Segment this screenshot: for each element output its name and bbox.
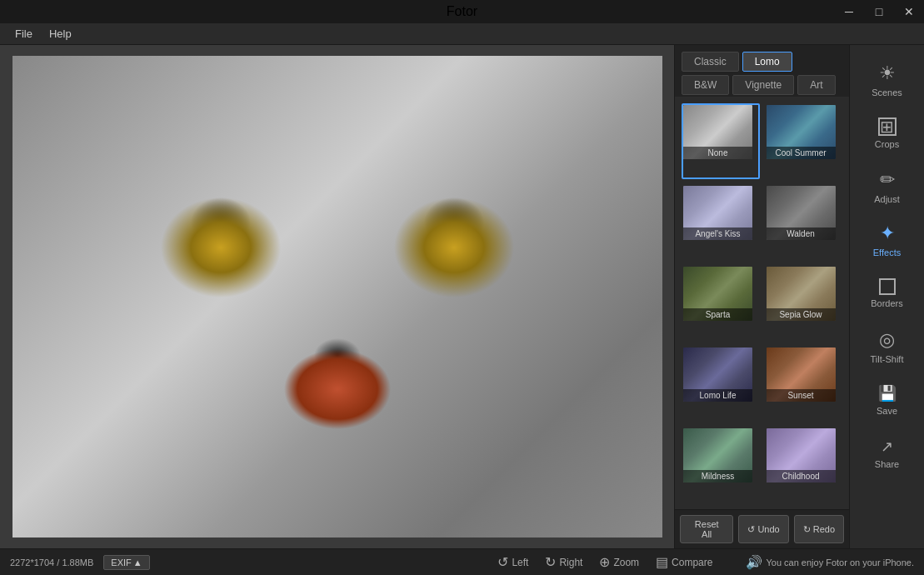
- exif-label: EXIF: [111, 558, 131, 568]
- filter-mildness-label: Mildness: [683, 470, 752, 482]
- filter-angels-kiss[interactable]: Angel's Kiss: [682, 184, 760, 260]
- filter-childhood[interactable]: Childhood: [765, 427, 843, 502]
- filter-walden-label: Walden: [767, 228, 836, 240]
- effects-label: Effects: [873, 248, 901, 258]
- right-toolbar: ☀ Scenes ⊞ Crops ✏ Adjust ✦ Effects: [849, 45, 924, 548]
- redo-icon: ↻: [803, 524, 811, 535]
- right-label: Right: [559, 557, 582, 568]
- filter-mildness[interactable]: Mildness: [682, 427, 760, 502]
- filter-walden[interactable]: Walden: [765, 184, 843, 260]
- zoom-icon: ⊕: [599, 554, 610, 570]
- filter-panel: Classic Lomo B&W Vignette Art None: [674, 45, 849, 548]
- share-icon: ↗: [881, 438, 893, 456]
- crops-icon: ⊞: [878, 118, 897, 136]
- save-icon: 💾: [878, 384, 897, 402]
- file-menu[interactable]: File: [7, 26, 41, 42]
- crops-label: Crops: [875, 139, 899, 149]
- filter-childhood-label: Childhood: [767, 470, 836, 482]
- filter-sunset[interactable]: Sunset: [765, 346, 843, 422]
- filter-grid: None Cool Summer Angel's Kiss: [675, 97, 849, 509]
- notification-bar: 🔊 You can enjoy Fotor on your iPhone.: [746, 554, 914, 570]
- crops-button[interactable]: ⊞ Crops: [854, 108, 921, 158]
- reset-all-button[interactable]: Reset All: [680, 515, 733, 543]
- borders-icon: [879, 278, 896, 295]
- compare-label: Compare: [672, 557, 712, 568]
- tilt-shift-icon: ◎: [879, 329, 895, 351]
- filter-none[interactable]: None: [682, 103, 760, 179]
- main-content: Classic Lomo B&W Vignette Art None: [0, 45, 924, 548]
- scenes-label: Scenes: [872, 88, 902, 98]
- filter-cool-summer[interactable]: Cool Summer: [765, 103, 843, 179]
- title-bar: Fotor ─ □ ✕: [0, 0, 924, 23]
- left-label: Left: [512, 557, 528, 568]
- redo-label: Redo: [813, 524, 835, 534]
- save-label: Save: [877, 406, 897, 416]
- zoom-button[interactable]: ⊕ Zoom: [592, 552, 646, 572]
- rotate-right-icon: ↻: [545, 554, 556, 570]
- undo-label: Undo: [757, 524, 779, 534]
- filter-sparta-label: Sparta: [683, 308, 752, 321]
- exif-arrow-icon: ▲: [133, 558, 142, 568]
- share-button[interactable]: ↗ Share: [854, 428, 921, 478]
- undo-icon: ↺: [747, 524, 755, 535]
- adjust-button[interactable]: ✏ Adjust: [854, 162, 921, 212]
- filter-angels-label: Angel's Kiss: [683, 228, 752, 240]
- filter-sunset-label: Sunset: [767, 389, 836, 402]
- help-menu[interactable]: Help: [41, 26, 80, 42]
- right-panel-inner: Classic Lomo B&W Vignette Art None: [674, 45, 924, 548]
- filter-none-label: None: [683, 147, 752, 159]
- app-title: Fotor: [447, 4, 477, 19]
- tab-vignette[interactable]: Vignette: [732, 75, 794, 95]
- filter-sepia-glow[interactable]: Sepia Glow: [765, 265, 843, 341]
- status-bar: 2272*1704 / 1.88MB EXIF ▲ ↺ Left ↻ Right…: [0, 548, 924, 575]
- tilt-shift-label: Tilt-Shift: [871, 354, 904, 364]
- close-button[interactable]: ✕: [894, 0, 924, 23]
- filter-lomolife-label: Lomo Life: [683, 389, 752, 402]
- rotate-left-icon: ↺: [497, 554, 508, 570]
- tab-bw[interactable]: B&W: [682, 75, 729, 95]
- undo-button[interactable]: ↺ Undo: [738, 515, 788, 543]
- compare-button[interactable]: ▤ Compare: [649, 552, 719, 572]
- restore-button[interactable]: □: [864, 0, 894, 23]
- zoom-label: Zoom: [613, 557, 639, 568]
- filter-lomo-life[interactable]: Lomo Life: [682, 346, 760, 422]
- window-controls[interactable]: ─ □ ✕: [834, 0, 924, 23]
- filter-cool-label: Cool Summer: [767, 147, 836, 159]
- redo-button[interactable]: ↻ Redo: [794, 515, 844, 543]
- cat-image: [12, 56, 662, 538]
- tab-lomo[interactable]: Lomo: [742, 52, 792, 72]
- menu-bar: File Help: [0, 23, 924, 45]
- save-button[interactable]: 💾 Save: [854, 375, 921, 425]
- minimize-button[interactable]: ─: [834, 0, 864, 23]
- scenes-button[interactable]: ☀ Scenes: [854, 55, 921, 105]
- tab-art[interactable]: Art: [797, 75, 835, 95]
- rotate-right-button[interactable]: ↻ Right: [538, 552, 589, 572]
- adjust-icon: ✏: [880, 169, 895, 191]
- borders-label: Borders: [871, 298, 903, 308]
- exif-button[interactable]: EXIF ▲: [103, 555, 149, 570]
- effects-button[interactable]: ✦ Effects: [854, 215, 921, 265]
- borders-button[interactable]: Borders: [854, 268, 921, 318]
- scenes-icon: ☀: [879, 62, 896, 84]
- rotate-left-button[interactable]: ↺ Left: [491, 552, 535, 572]
- adjust-label: Adjust: [874, 194, 900, 204]
- effects-icon: ✦: [880, 222, 895, 244]
- photo-canvas: [12, 56, 662, 538]
- tilt-shift-button[interactable]: ◎ Tilt-Shift: [854, 322, 921, 372]
- filter-tabs: Classic Lomo B&W Vignette Art: [675, 45, 849, 97]
- compare-icon: ▤: [656, 554, 668, 570]
- filter-sepia-label: Sepia Glow: [767, 308, 836, 321]
- notification-icon: 🔊: [746, 554, 762, 570]
- image-dimensions: 2272*1704 / 1.88MB: [10, 558, 93, 568]
- tab-classic[interactable]: Classic: [682, 52, 739, 72]
- bottom-tools: ↺ Left ↻ Right ⊕ Zoom ▤ Compare: [491, 552, 719, 572]
- filter-bottom: Reset All ↺ Undo ↻ Redo: [675, 509, 849, 548]
- notification-text: You can enjoy Fotor on your iPhone.: [766, 558, 914, 568]
- canvas-area: [0, 45, 674, 548]
- share-label: Share: [875, 459, 899, 469]
- filter-sparta[interactable]: Sparta: [682, 265, 760, 341]
